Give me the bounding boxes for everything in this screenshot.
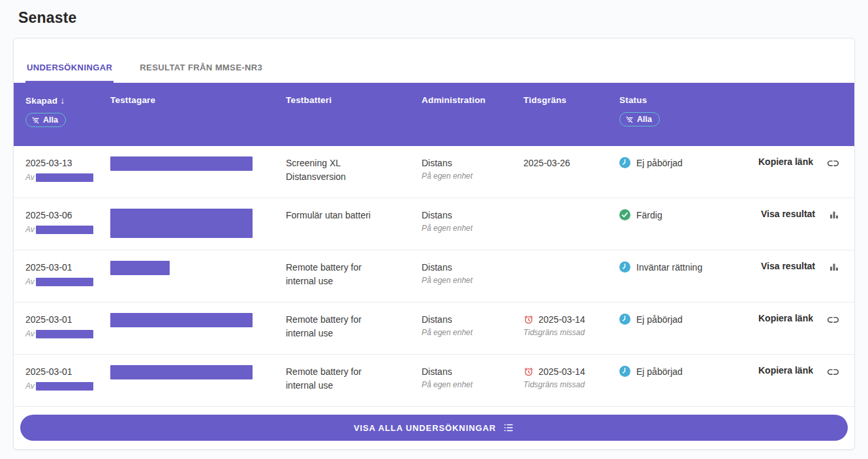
show-all-button-label: VISA ALLA UNDERSÖKNINGAR <box>354 423 496 433</box>
filter-chip-label: Alla <box>637 115 652 124</box>
status-label: Färdig <box>636 209 662 222</box>
column-header-testtagare[interactable]: Testtagare <box>110 95 286 137</box>
sort-skapad[interactable]: Skapad↓ <box>25 95 110 106</box>
filter-off-icon <box>31 116 40 125</box>
status-label: Inväntar rättning <box>636 261 702 274</box>
table-header: Skapad↓ Alla Testtagare T <box>14 83 854 146</box>
created-date: 2025-03-06 <box>25 209 110 222</box>
deadline-missed-note: Tidsgräns missad <box>523 380 619 391</box>
redacted-testtaker-name <box>110 209 253 238</box>
created-by-label: Av <box>25 173 35 182</box>
card-footer: VISA ALLA UNDERSÖKNINGAR <box>14 407 854 449</box>
testtaker-cell <box>110 313 286 329</box>
page-title: Senaste <box>18 9 855 27</box>
testtaker-cell <box>110 365 286 381</box>
deadline-missed-note: Tidsgräns missad <box>523 328 619 338</box>
sort-desc-arrow-icon: ↓ <box>60 95 65 106</box>
tab-resultat-mmse-nr3[interactable]: RESULTAT FRÅN MMSE-NR3 <box>138 63 264 83</box>
table-row: 2025-03-13 Av Screening XL Distansversio… <box>14 146 854 198</box>
status-label: Ej påbörjad <box>636 365 683 378</box>
column-header-tidsgrans[interactable]: Tidsgräns <box>523 95 619 137</box>
testtaker-cell <box>110 209 286 240</box>
table-row: 2025-03-06 Av Formulär utan batteri Dist… <box>14 198 854 250</box>
created-cell: 2025-03-01 Av <box>25 313 110 338</box>
action-view-results[interactable]: Visa resultat <box>740 209 843 220</box>
show-all-examinations-button[interactable]: VISA ALLA UNDERSÖKNINGAR <box>20 415 848 441</box>
redacted-author-name <box>36 173 93 182</box>
redacted-author-name <box>36 278 93 286</box>
created-by-label: Av <box>25 225 35 234</box>
filter-chip-skapad[interactable]: Alla <box>25 113 66 127</box>
action-label: Visa resultat <box>761 261 815 271</box>
deadline-cell: 2025-03-14 Tidsgräns missad <box>523 313 619 338</box>
filter-chip-label: Alla <box>43 115 58 125</box>
created-by-label: Av <box>25 329 35 338</box>
administration-cell: Distans På egen enhet <box>422 156 523 182</box>
alarm-clock-icon <box>523 366 534 377</box>
action-label: Kopiera länk <box>758 365 813 376</box>
column-header-administration[interactable]: Administration <box>422 95 523 137</box>
created-date: 2025-03-01 <box>25 261 110 274</box>
administration-cell: Distans På egen enhet <box>422 209 523 234</box>
action-copy-link[interactable]: Kopiera länk <box>740 156 843 170</box>
created-cell: 2025-03-01 Av <box>25 261 110 286</box>
status-cell: Inväntar rättning <box>619 261 740 274</box>
administration-cell: Distans På egen enhet <box>422 313 523 338</box>
tab-bar: UNDERSÖKNINGAR RESULTAT FRÅN MMSE-NR3 <box>14 38 854 83</box>
examinations-card: UNDERSÖKNINGAR RESULTAT FRÅN MMSE-NR3 Sk… <box>13 38 855 450</box>
administration-cell: Distans På egen enhet <box>422 365 523 391</box>
redacted-testtaker-name <box>110 261 170 275</box>
column-header-actions <box>740 95 843 137</box>
link-icon <box>826 313 840 327</box>
testtaker-cell <box>110 156 286 173</box>
table-row: 2025-03-01 Av Remote battery for interna… <box>14 250 854 303</box>
status-clock-icon <box>619 261 630 273</box>
status-check-icon <box>619 209 630 220</box>
action-view-results[interactable]: Visa resultat <box>740 261 843 273</box>
administration-detail: På egen enhet <box>422 276 523 286</box>
status-cell: Ej påbörjad <box>619 365 740 378</box>
administration-type: Distans <box>422 313 523 326</box>
deadline-date: 2025-03-26 <box>523 156 619 170</box>
administration-type: Distans <box>422 156 523 170</box>
redacted-author-name <box>36 226 93 234</box>
created-date: 2025-03-01 <box>25 365 110 378</box>
redacted-testtaker-name <box>110 365 253 379</box>
administration-cell: Distans På egen enhet <box>422 261 523 286</box>
administration-detail: På egen enhet <box>422 171 523 182</box>
link-icon <box>826 365 840 379</box>
administration-type: Distans <box>422 209 523 222</box>
status-clock-icon <box>619 366 630 377</box>
status-clock-icon <box>619 157 630 168</box>
list-icon <box>503 422 514 434</box>
latest-examinations-page: Senaste UNDERSÖKNINGAR RESULTAT FRÅN MMS… <box>0 0 868 450</box>
table-row: 2025-03-01 Av Remote battery for interna… <box>14 355 854 407</box>
status-cell: Ej påbörjad <box>619 313 740 326</box>
status-cell: Färdig <box>619 209 740 222</box>
action-label: Kopiera länk <box>758 156 813 167</box>
created-cell: 2025-03-01 Av <box>25 365 110 391</box>
column-header-status: Status Alla <box>619 95 740 137</box>
administration-detail: På egen enhet <box>422 224 523 234</box>
status-cell: Ej påbörjad <box>619 156 740 170</box>
tab-undersokningar[interactable]: UNDERSÖKNINGAR <box>25 63 114 83</box>
test-battery: Remote battery for internal use <box>286 365 422 392</box>
deadline-date: 2025-03-14 <box>538 365 585 378</box>
alarm-clock-icon <box>523 314 534 325</box>
administration-type: Distans <box>422 261 523 274</box>
redacted-testtaker-name <box>110 313 253 327</box>
column-header-testbatteri[interactable]: Testbatteri <box>286 95 422 137</box>
bar-chart-icon <box>828 209 840 220</box>
bar-chart-icon <box>828 261 840 273</box>
filter-off-icon <box>625 115 634 124</box>
filter-chip-status[interactable]: Alla <box>619 112 660 126</box>
status-label: Ej påbörjad <box>636 156 683 170</box>
administration-detail: På egen enhet <box>422 380 523 391</box>
action-copy-link[interactable]: Kopiera länk <box>740 365 843 379</box>
created-cell: 2025-03-06 Av <box>25 209 110 234</box>
column-label-status[interactable]: Status <box>619 95 740 105</box>
created-date: 2025-03-01 <box>25 313 110 326</box>
table-row: 2025-03-01 Av Remote battery for interna… <box>14 303 854 355</box>
action-copy-link[interactable]: Kopiera länk <box>740 313 843 327</box>
created-date: 2025-03-13 <box>25 156 110 170</box>
